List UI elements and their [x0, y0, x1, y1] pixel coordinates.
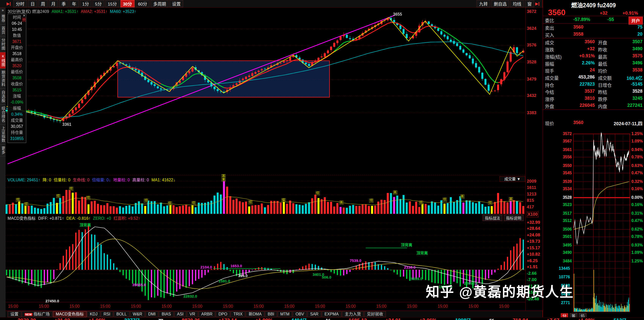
ticker-item: +1.06% [88, 317, 106, 320]
quote-label: 昨收 [598, 46, 607, 53]
time-axis: 15:0015:0015:0015:0015:0015:0015:0015:00… [6, 302, 525, 311]
sidebar-tab-更多[interactable]: 更多 [0, 144, 6, 156]
indicator-tab-TRIX[interactable]: TRIX [231, 311, 245, 317]
period-button-分时[interactable]: 分时 [13, 0, 27, 7]
intraday-axis-label: 0.16% [631, 187, 643, 191]
period-button-30分[interactable]: 30分 [120, 0, 135, 7]
indicator-tab-BOLL[interactable]: BOLL [114, 311, 130, 317]
quote-value: 3560 [573, 24, 583, 30]
indicator-tab-主力入货[interactable]: 主力入货 [342, 311, 364, 317]
intraday-axis-label: 3523 [559, 203, 572, 207]
indicator-tab-ARBR[interactable]: ARBR [199, 311, 215, 317]
indicator-tab-SAR[interactable]: SAR [307, 311, 321, 317]
time-label: 15:00 [468, 304, 479, 309]
indicator-tab-ASI[interactable]: ASI [174, 311, 186, 317]
period-button-季[interactable]: 季 [59, 0, 68, 7]
intraday-axis-label: 3539 [559, 179, 572, 184]
toolbar-button-窗[interactable]: 窗 [525, 0, 534, 7]
volume-value-segment: 降: 0 [43, 178, 51, 182]
period-button-日[interactable]: 日 [28, 0, 37, 7]
macd-annotation: 27450.0 [45, 299, 59, 303]
period-button-年[interactable]: 年 [69, 0, 79, 7]
quote-value: +0.91% [579, 53, 595, 59]
indicator-tab-KDJ[interactable]: KDJ [87, 311, 100, 317]
indicator-tab-设置[interactable]: 设置 [8, 311, 21, 317]
sidebar-tab-首页[interactable]: 首页 [0, 24, 6, 36]
ticker-item: 1998/7 [455, 317, 470, 320]
indicator-tab-RSI[interactable]: RSI [101, 311, 113, 317]
indicator-tab-DPO[interactable]: DPO [216, 311, 230, 317]
quote-value: 227823 [580, 82, 595, 87]
indicator-tab-W&R[interactable]: W&R [130, 311, 145, 317]
intraday-chart-canvas[interactable] [573, 133, 630, 312]
quote-value: +32 [587, 46, 595, 52]
period-button-1分[interactable]: 1分 [80, 0, 91, 7]
quote-label: 开盘 [598, 39, 607, 46]
sidebar-tab-分时图[interactable]: 分时图 [0, 36, 6, 52]
intraday-axis-label: 0.78% [631, 155, 643, 159]
new-badge: NEW [24, 313, 33, 316]
ticker-item: 4494/7 [291, 317, 307, 320]
period-button-月[interactable]: 月 [49, 0, 58, 7]
toolbar-button-均线[interactable]: 均线 [510, 0, 524, 7]
intraday-axis-label: 1.09% [631, 250, 643, 255]
indicator-value-segment: MA60: +3523↑ [110, 9, 136, 14]
sidebar-tab-自选股[interactable]: 自选股 [0, 89, 6, 105]
intraday-axis-label: 3517 [559, 211, 572, 216]
volume-type-dropdown[interactable]: 成交量 ▼ [500, 176, 525, 182]
quote-value: 3528 [632, 89, 642, 94]
indicator-tab-BIAS[interactable]: BIAS [159, 311, 174, 317]
period-nav-forward-icon[interactable]: ▶| [535, 1, 539, 6]
period-button-周[interactable]: 周 [38, 0, 48, 7]
macd-value-segment: DIFF: +0.871↑ [38, 216, 64, 220]
time-label: 15:00 [284, 304, 294, 309]
kline-chart-canvas[interactable] [6, 13, 525, 176]
macd-button-指标战法[interactable]: 指标战法 [483, 215, 502, 221]
indicator-tab-DMI[interactable]: DMI [145, 311, 158, 317]
toolbar-button-删自选[interactable]: 删自选 [491, 0, 509, 7]
volume-tag: 倍 [249, 201, 253, 204]
quote-row-振幅: 振幅2.26%最低3496 [543, 60, 644, 67]
time-label: 15:00 [254, 304, 264, 309]
indicator-tab-VR[interactable]: VR [187, 311, 198, 317]
quote-value: 453,286 [578, 75, 595, 80]
macd-annotation: 1591.0 [218, 279, 230, 283]
period-button-60分[interactable]: 60分 [136, 0, 150, 7]
info-item: 收盘价 [8, 81, 26, 87]
gear-icon[interactable]: ⚙ [22, 18, 26, 22]
volume-tag: 高 [509, 197, 513, 201]
intraday-axis-label: 0.78% [631, 234, 643, 239]
macd-button-指标说明[interactable]: 指标说明 [504, 215, 524, 221]
axis-label: 815 [527, 198, 534, 203]
period-button-设置[interactable]: 设置 [169, 0, 183, 7]
sidebar-tab-推荐[interactable]: 推荐 [0, 13, 6, 24]
macd-annotation: 5839.0 [411, 277, 422, 281]
intraday-axis-label: 3506 [559, 227, 572, 232]
indicator-tab-OBV[interactable]: OBV [293, 311, 307, 317]
sidebar-tab-上证指数[interactable]: 上证指数 [0, 125, 6, 144]
period-nav-icon[interactable]: ▶| [7, 1, 11, 6]
close-icon[interactable]: ✕ [23, 14, 26, 17]
quote-label: 日增仓 [598, 82, 612, 88]
indicator-tab-指标广场[interactable]: NEW指标广场 [22, 311, 53, 317]
quote-label: 最高 [598, 53, 607, 60]
sidebar-tab-期货资料[interactable]: 期货资料 [0, 69, 6, 89]
quote-row-涨幅(结): 涨幅(结)+0.91%最高3575 [543, 53, 644, 60]
indicator-tab-MACD变色指标[interactable]: MACD变色指标 [53, 311, 87, 317]
volume-value-segment: 高量柱: 0 [132, 178, 149, 182]
indicator-tab-MTM[interactable]: MTM [278, 311, 292, 317]
toolbar-button-九转[interactable]: 九转 [477, 0, 490, 7]
period-button-5分[interactable]: 5分 [92, 0, 104, 7]
intraday-axis-label: 1.09% [631, 139, 643, 143]
indicator-tab-BBI[interactable]: BBI [265, 311, 277, 317]
indicator-tab-新DMA[interactable]: 新DMA [246, 311, 264, 317]
sidebar-tab-综合排名[interactable]: 综合排名 [0, 105, 6, 125]
indicator-tab-见好就收[interactable]: 见好就收 [364, 311, 386, 317]
period-button-15分[interactable]: 15分 [105, 0, 119, 7]
sidebar-tab-K线图[interactable]: K线图 [0, 52, 6, 69]
indicator-tab-EXPMA[interactable]: EXPMA [322, 311, 341, 317]
info-item: 310855 [8, 136, 26, 142]
period-buttons: 分时日周月季年1分5分15分30分60分多周期设置 [13, 0, 183, 7]
collapse-sidebar-icon[interactable]: » [2, 8, 4, 13]
period-button-多周期[interactable]: 多周期 [151, 0, 168, 7]
